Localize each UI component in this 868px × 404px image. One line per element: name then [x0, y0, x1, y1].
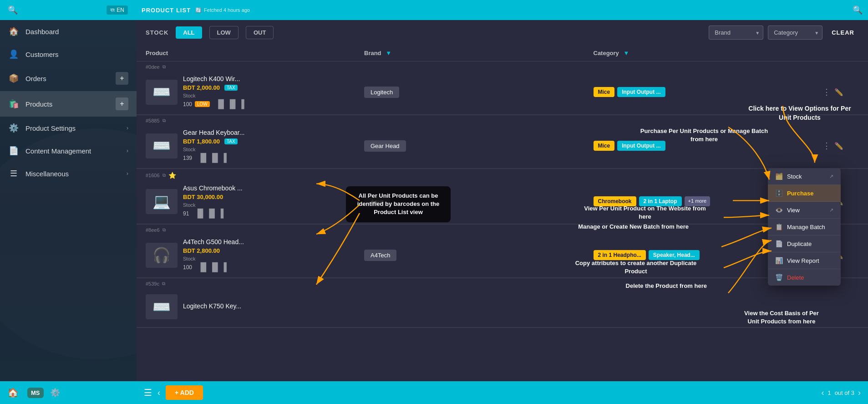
- stock-info-2: Stock 139 ▐▌▐▌▐: [183, 147, 364, 163]
- sidebar-gear-button[interactable]: ⚙️: [50, 388, 60, 398]
- stock-num-4: 100: [183, 264, 192, 271]
- brand-badge-3: Asus: [364, 196, 390, 207]
- product-id-bar-4: #8ee6 ⧉: [137, 225, 868, 233]
- bottom-menu-icon[interactable]: ☰: [144, 387, 152, 398]
- cat-3-0: Chromebook: [594, 196, 636, 206]
- sidebar-home-icon[interactable]: 🏠: [5, 384, 21, 401]
- categories-1: Mice Input Output ...: [594, 87, 823, 97]
- context-menu-duplicate[interactable]: 📄 Duplicate: [768, 235, 841, 252]
- view-menu-icon: 👁️: [775, 206, 782, 214]
- sidebar-item-orders[interactable]: 📦 Orders +: [0, 66, 137, 91]
- action-edit-2[interactable]: ✏️: [834, 142, 843, 150]
- product-info-5: Logitech K750 Key...: [183, 302, 364, 312]
- sidebar-item-product-settings[interactable]: ⚙️ Product Settings ›: [0, 117, 137, 139]
- cat-2-0: Mice: [594, 141, 615, 151]
- prev-page-button[interactable]: ‹: [821, 388, 824, 398]
- stock-all-button[interactable]: ALL: [176, 26, 202, 39]
- context-menu-purchase[interactable]: 🗄️ Purchase: [768, 185, 841, 202]
- sidebar-item-customers[interactable]: 👤 Customers: [0, 43, 137, 66]
- products-icon: 🛍️: [8, 99, 19, 109]
- copy-icon-4[interactable]: ⧉: [162, 227, 166, 233]
- purchase-menu-label: Purchase: [787, 190, 814, 197]
- dashboard-icon: 🏠: [8, 26, 19, 36]
- product-info-1: Logitech K400 Wir... BDT 2,000.00 TAX St…: [183, 75, 364, 109]
- clear-button[interactable]: CLEAR: [827, 26, 859, 39]
- lang-toggle[interactable]: বাং EN: [107, 5, 128, 15]
- tax-badge-1: TAX: [224, 85, 238, 91]
- product-row-5: ⌨️ Logitech K750 Key...: [137, 286, 868, 327]
- sidebar-label-orders: Orders: [25, 75, 109, 82]
- cat-2-1: Input Output ...: [617, 141, 665, 151]
- category-dropdown-wrapper: Category Mice Input Output Chromebook ▼: [768, 26, 822, 40]
- stock-info-4: Stock 100 ▐▌▐▌▐: [183, 256, 364, 272]
- pagination-label: out of 3: [835, 389, 854, 396]
- product-thumb-1: ⌨️: [146, 80, 178, 105]
- sidebar-label-miscellaneous: Miscellaneous: [25, 170, 120, 178]
- search-icon-left[interactable]: 🔍: [5, 3, 20, 17]
- product-id-4: #8ee6: [146, 227, 160, 233]
- sidebar-item-products[interactable]: 🛍️ Products +: [0, 91, 137, 117]
- stock-out-button[interactable]: OUT: [246, 26, 274, 39]
- sidebar-item-miscellaneous[interactable]: ☰ Miscellaneous ›: [0, 162, 137, 185]
- sidebar-ms-button[interactable]: MS: [27, 388, 44, 398]
- product-row-wrapper-3: #1606 ⧉ ⭐ 💻 Asus Chromebook ... BDT 30,0…: [137, 169, 868, 225]
- action-dots-1[interactable]: ⋮: [822, 87, 831, 97]
- context-menu-delete[interactable]: 🗑️ Delete: [768, 269, 841, 286]
- products-add-button[interactable]: +: [116, 97, 128, 110]
- cat-3-1: 2 in 1 Laptop: [639, 196, 682, 206]
- product-row-wrapper-2: #5885 ⧉ ⌨️ Gear Head Keyboar... BDT 1,80…: [137, 115, 868, 169]
- manage-batch-menu-icon: 📋: [775, 223, 782, 230]
- brand-column-header: Brand ▼: [364, 50, 594, 56]
- stock-low-button[interactable]: LOW: [209, 26, 239, 39]
- product-info-3: Asus Chromebook ... BDT 30,000.00 Stock …: [183, 184, 364, 218]
- context-menu-view[interactable]: 👁️ View ↗: [768, 202, 841, 219]
- category-dropdown[interactable]: Category Mice Input Output Chromebook: [768, 26, 822, 40]
- product-name-4[interactable]: A4Tech G500 Head...: [183, 238, 364, 245]
- copy-icon-3[interactable]: ⧉: [162, 173, 166, 178]
- product-name-2[interactable]: Gear Head Keyboar...: [183, 129, 364, 136]
- brand-dropdown[interactable]: Brand Logitech Gear Head Asus A4Tech: [709, 26, 763, 40]
- stock-info-3: Stock 91 ▐▌▐▌▐: [183, 202, 364, 218]
- cat-1-1: Input Output ...: [617, 87, 665, 97]
- action-edit-1[interactable]: ✏️: [834, 88, 843, 97]
- view-report-menu-label: View Report: [787, 257, 819, 264]
- product-row-wrapper-1: #0dee ⧉ ⌨️ Logitech K400 Wir... BDT 2,00…: [137, 61, 868, 115]
- product-price-3: BDT 30,000.00: [183, 194, 223, 200]
- cat-4-1: Speaker, Head...: [649, 250, 700, 260]
- next-page-button[interactable]: ›: [858, 388, 861, 398]
- copy-icon-1[interactable]: ⧉: [162, 64, 166, 70]
- barcode-icon-4: ▐▌▐▌▐: [198, 262, 227, 272]
- product-name-5[interactable]: Logitech K750 Key...: [183, 302, 364, 310]
- barcode-icon-1: ▐▌▐▌▐: [215, 99, 244, 109]
- sidebar-label-customers: Customers: [25, 51, 128, 58]
- context-menu-stock[interactable]: 🗂️ Stock ↗: [768, 168, 841, 185]
- product-column-header: Product: [146, 50, 364, 56]
- orders-add-button[interactable]: +: [116, 72, 128, 85]
- stock-label: STOCK: [146, 29, 168, 36]
- action-dots-2[interactable]: ⋮: [822, 141, 831, 151]
- bottom-back-icon[interactable]: ‹: [157, 388, 160, 398]
- add-button[interactable]: + ADD: [166, 385, 203, 400]
- barcode-icon-2: ▐▌▐▌▐: [198, 153, 227, 163]
- stock-external-icon: ↗: [829, 174, 833, 179]
- product-cell-1: ⌨️ Logitech K400 Wir... BDT 2,000.00 TAX…: [146, 75, 364, 109]
- stock-num-3: 91: [183, 210, 189, 217]
- fetched-info: 🔄 Fetched 4 hours ago: [195, 7, 250, 13]
- product-cell-5: ⌨️ Logitech K750 Key...: [146, 294, 364, 319]
- sidebar-label-product-settings: Product Settings: [25, 124, 120, 132]
- context-menu-view-report[interactable]: 📊 View Report: [768, 252, 841, 269]
- copy-icon-2[interactable]: ⧉: [162, 118, 166, 123]
- product-name-1[interactable]: Logitech K400 Wir...: [183, 75, 364, 82]
- search-icon-right[interactable]: 🔍: [853, 5, 863, 15]
- product-cell-2: ⌨️ Gear Head Keyboar... BDT 1,800.00 TAX…: [146, 129, 364, 163]
- sidebar-item-dashboard[interactable]: 🏠 Dashboard: [0, 20, 137, 43]
- category-filter-icon[interactable]: ▼: [623, 50, 629, 56]
- sidebar-item-content-management[interactable]: 📄 Content Management ›: [0, 139, 137, 162]
- brand-filter-icon[interactable]: ▼: [386, 50, 391, 56]
- context-menu-manage-batch[interactable]: 📋 Manage Batch: [768, 219, 841, 235]
- actions-column-header: [822, 50, 859, 56]
- copy-icon-5[interactable]: ⧉: [162, 281, 165, 286]
- context-menu: 🗂️ Stock ↗ 🗄️ Purchase 👁️ View ↗ 📋 Manag…: [768, 168, 841, 286]
- product-name-3[interactable]: Asus Chromebook ...: [183, 184, 364, 192]
- view-menu-label: View: [787, 207, 800, 214]
